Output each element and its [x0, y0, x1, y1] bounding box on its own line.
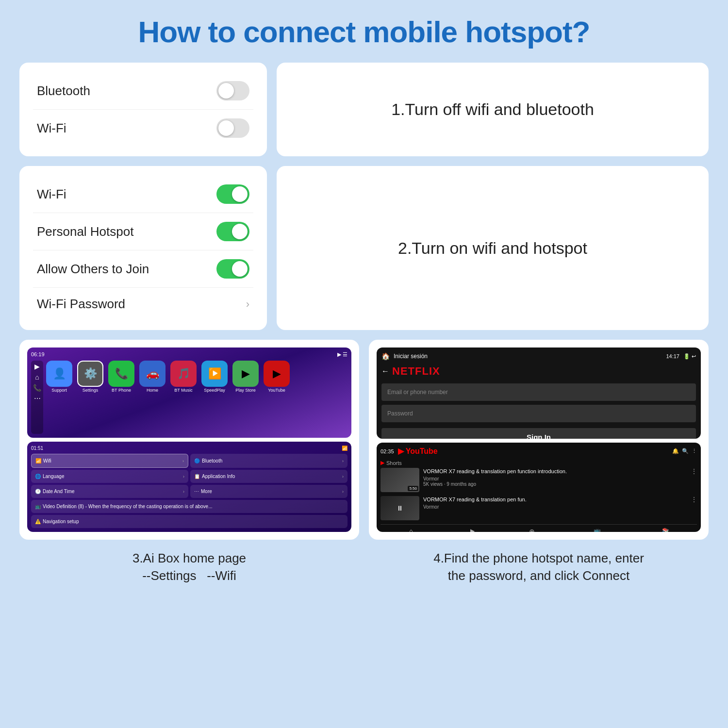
step4-caption: 4.Find the phone hotspot name, enterthe …	[369, 549, 709, 585]
wifi-toggle-knob-on	[232, 186, 248, 202]
wifi-row-off: Wi-Fi	[33, 110, 253, 147]
wifi-label-off: Wi-Fi	[37, 121, 66, 136]
allow-others-toggle-knob	[232, 261, 248, 277]
sidebar-icon-2[interactable]: ⌂	[35, 373, 39, 381]
hotspot-toggle-knob	[232, 224, 248, 239]
allow-others-label: Allow Others to Join	[37, 262, 149, 277]
app-icon-support[interactable]: 👤 Support	[46, 361, 72, 434]
sidebar-icon-4[interactable]: ⋯	[34, 395, 41, 402]
yt-video-views-1: 5K views · 9 months ago	[423, 481, 687, 487]
app-icon-youtube[interactable]: ▶ YouTube	[264, 361, 290, 434]
wifi-row-on: Wi-Fi	[33, 176, 253, 213]
wifi-toggle-off[interactable]	[216, 118, 249, 138]
wifi-toggle-on[interactable]	[216, 184, 249, 204]
netflix-signin-button[interactable]: Sign In	[381, 428, 696, 439]
step4-caption-text: 4.Find the phone hotspot name, enterthe …	[433, 551, 644, 583]
hotspot-row: Personal Hotspot	[33, 213, 253, 250]
app-icon-speedplay[interactable]: ▶️ SpeedPlay	[201, 361, 228, 434]
settings-language-item[interactable]: 🌐Language ›	[31, 470, 188, 483]
step3-card: 06:19 ▶ ☰ ▶ ⌂ 📞 ⋯	[19, 340, 359, 540]
wifi-password-chevron: ›	[246, 298, 249, 311]
step3-caption-text: 3.Ai Box home page--Settings --Wifi	[132, 551, 246, 583]
settings-wifi-item[interactable]: 📶Wifi ›	[31, 454, 188, 468]
step4-card: 🏠 Iniciar sesión 14:17 🔋 ↩ ← NETFLIX Ema…	[369, 340, 709, 540]
step2-text: 2.Turn on wifi and hotspot	[398, 239, 587, 258]
app-icon-settings[interactable]: ⚙️ Settings	[77, 361, 103, 434]
app-status-icons: ▶ ☰	[337, 351, 347, 358]
bluetooth-label: Bluetooth	[37, 83, 90, 99]
yt-nav-add[interactable]: ⊕	[529, 528, 535, 532]
app-icon-btmusic[interactable]: 🎵 BT Music	[170, 361, 197, 434]
sidebar-icon-3[interactable]: 📞	[33, 384, 41, 392]
app-icon-btphone[interactable]: 📞 BT Phone	[108, 361, 134, 434]
settings-appinfo-item[interactable]: 📋Application Info ›	[190, 470, 347, 483]
yt-nav-subscriptions[interactable]: 📺 Subscriptions	[586, 528, 609, 532]
app-icon-home[interactable]: 🚗 Home	[139, 361, 165, 434]
allow-others-toggle[interactable]	[216, 259, 249, 279]
wifi-password-row[interactable]: Wi-Fi Password ›	[33, 288, 253, 320]
settings-more-item[interactable]: ⋯More ›	[190, 485, 347, 498]
settings-nav-item[interactable]: ⚠️Navigation setup	[31, 515, 347, 528]
bluetooth-toggle[interactable]	[216, 81, 249, 100]
step2-instruction: 2.Turn on wifi and hotspot	[277, 166, 709, 330]
step3-caption: 3.Ai Box home page--Settings --Wifi	[19, 549, 359, 585]
hotspot-label: Personal Hotspot	[37, 224, 133, 239]
settings-video-item[interactable]: 📺Video Definition (8) - When the frequen…	[31, 500, 347, 513]
bluetooth-row: Bluetooth	[33, 72, 253, 110]
wifi-label-on: Wi-Fi	[37, 187, 66, 202]
app-icon-playstore[interactable]: ▶ Play Store	[232, 361, 259, 434]
app-statusbar: 06:19 ▶ ☰	[31, 351, 347, 358]
yt-video-meta-1: Vormor	[423, 476, 687, 481]
netflix-email-field[interactable]: Email or phone number	[381, 383, 696, 401]
step1-instruction: 1.Turn off wifi and bluetooth	[277, 63, 709, 156]
youtube-screen: 02:35 ▶ YouTube 🔔 🔍 ⋮ ▶ Shorts 5:50	[377, 443, 701, 532]
settings-datetime-item[interactable]: 🕐Date And Time ›	[31, 485, 188, 498]
step2-settings-card: Wi-Fi Personal Hotspot Allow Others to J…	[19, 166, 267, 330]
yt-nav-home[interactable]: ⌂ Home	[406, 528, 416, 532]
yt-video-title-2: VORMOR X7 reading & translation pen fun.	[423, 496, 687, 503]
app-time: 06:19	[31, 351, 45, 358]
page-title: How to connect mobile hotspot?	[19, 15, 709, 49]
youtube-logo: ▶ YouTube	[398, 447, 438, 456]
wifi-toggle-knob-off	[218, 120, 234, 136]
step1-settings-card: Bluetooth Wi-Fi	[19, 63, 267, 156]
bluetooth-toggle-knob	[218, 83, 234, 99]
yt-video-meta-2: Vormor	[423, 504, 687, 510]
yt-nav-shorts[interactable]: ▶ Shorts	[467, 528, 478, 532]
netflix-password-field[interactable]: Password	[381, 405, 696, 422]
hotspot-toggle[interactable]	[216, 222, 249, 241]
netflix-screen: 🏠 Iniciar sesión 14:17 🔋 ↩ ← NETFLIX Ema…	[377, 347, 701, 439]
settings-statusbar: 01:51 📶	[31, 446, 347, 451]
yt-nav-library[interactable]: 📚 Library	[660, 528, 671, 532]
yt-video-2[interactable]: ⏸ VORMOR X7 reading & translation pen fu…	[381, 496, 697, 520]
settings-bluetooth-item[interactable]: 🔵Bluetooth ›	[190, 454, 347, 468]
yt-video-1[interactable]: 5:50 VORMOR X7 reading & translation pen…	[381, 468, 697, 492]
allow-others-row: Allow Others to Join	[33, 250, 253, 288]
app-home-screen: 06:19 ▶ ☰ ▶ ⌂ 📞 ⋯	[27, 347, 351, 438]
sidebar-icon-1[interactable]: ▶	[34, 363, 40, 370]
yt-video-title-1: VORMOR X7 reading & translation pen func…	[423, 468, 687, 475]
settings-screen: 01:51 📶 📶Wifi › 🔵Bluetooth ›	[27, 442, 351, 532]
netflix-logo: NETFLIX	[392, 365, 440, 378]
step1-text: 1.Turn off wifi and bluetooth	[391, 100, 594, 119]
wifi-password-label: Wi-Fi Password	[37, 297, 125, 312]
